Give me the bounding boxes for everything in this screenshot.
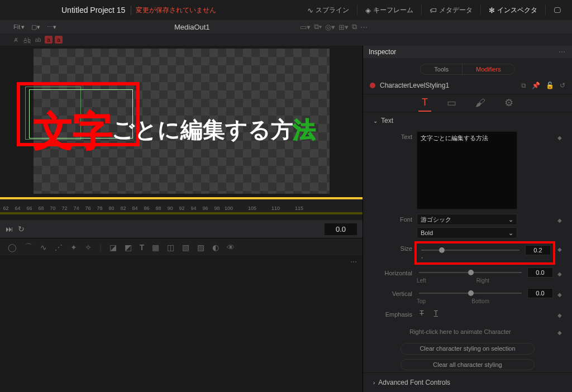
inspector-more-icon[interactable]: ⋯ bbox=[559, 48, 566, 56]
keyframe-diamond[interactable]: ◆ bbox=[557, 267, 562, 277]
tool-image-icon[interactable]: ▦ bbox=[152, 243, 159, 252]
canvas-text[interactable]: 文字ごとに編集する方法 bbox=[34, 104, 316, 158]
emphasis-underline-button[interactable]: T bbox=[431, 309, 441, 318]
styled-chars-red: 文字 bbox=[34, 108, 112, 153]
view-more-icon[interactable]: ⋯ bbox=[360, 23, 369, 31]
vertical-value[interactable]: 0.0 bbox=[527, 288, 553, 298]
reset-icon[interactable]: ↺ bbox=[560, 82, 565, 89]
tab-modifiers[interactable]: Modifiers bbox=[462, 64, 514, 74]
unsaved-indicator: 変更が保存されていません bbox=[131, 6, 216, 15]
highlight-toggle[interactable]: ab bbox=[34, 36, 42, 44]
fit-dropdown[interactable]: Fit▾ bbox=[11, 23, 27, 31]
view-split-icon[interactable]: ▢▾ bbox=[29, 23, 42, 31]
advanced-font-section[interactable]: ›Advanced Font Controls bbox=[363, 372, 572, 392]
ruler-tick: 70 bbox=[47, 205, 59, 211]
tab-tools[interactable]: Tools bbox=[421, 64, 462, 74]
prop-tab-text[interactable]: T bbox=[418, 94, 431, 112]
slider-thumb[interactable] bbox=[468, 290, 474, 296]
ruler-tick: 74 bbox=[70, 205, 82, 211]
keyframe-diamond[interactable]: ◆ bbox=[557, 214, 562, 223]
clear-all-button[interactable]: Clear all character styling bbox=[401, 359, 535, 370]
tab-monitor[interactable]: 🖵 bbox=[548, 4, 566, 17]
node-enable-dot[interactable] bbox=[370, 83, 375, 88]
tool-box2-icon[interactable]: ▧ bbox=[182, 243, 189, 252]
ruler-tick: 76 bbox=[82, 205, 94, 211]
tool-points-icon[interactable]: ⋰ bbox=[55, 243, 63, 252]
keyframe-diamond[interactable]: ◆ bbox=[557, 288, 562, 298]
version-icon[interactable]: ⧉ bbox=[521, 82, 526, 89]
tab-keyframe[interactable]: ◈キーフレーム bbox=[360, 3, 419, 17]
vertical-slider[interactable] bbox=[419, 293, 522, 294]
view-cascade-icon[interactable]: ⧉ bbox=[352, 22, 357, 31]
tool-box1-icon[interactable]: ◫ bbox=[167, 243, 174, 252]
tool-circle2-icon[interactable]: ◐ bbox=[212, 243, 219, 252]
keyframe-diamond[interactable]: ◆ bbox=[557, 131, 562, 141]
tab-inspector[interactable]: ✻インスペクタ bbox=[483, 3, 543, 17]
tool-cube2-icon[interactable]: ◩ bbox=[125, 243, 132, 252]
text-input[interactable]: 文字ごとに編集する方法 bbox=[417, 131, 517, 209]
view-grid-icon[interactable]: ⊞▾ bbox=[339, 23, 349, 31]
prop-tab-shading[interactable]: 🖌 bbox=[472, 95, 489, 111]
emphasis-label: Emphasis bbox=[373, 309, 412, 318]
chevron-down-icon: ⌄ bbox=[508, 216, 513, 223]
tool-cube1-icon[interactable]: ◪ bbox=[109, 243, 117, 252]
chevron-right-icon: › bbox=[373, 380, 375, 386]
tab-spline[interactable]: ∿スプライン bbox=[302, 3, 355, 17]
prop-tab-layout[interactable]: ▭ bbox=[444, 94, 460, 111]
underline-toggle[interactable]: A̲b̲ bbox=[22, 36, 31, 44]
node-header[interactable]: CharacterLevelStyling1 ⧉ 📌 🔓 ↺ bbox=[363, 77, 572, 94]
section-text-header[interactable]: ⌄ Text bbox=[363, 112, 572, 129]
skip-end-button[interactable]: ⏭ bbox=[6, 224, 13, 233]
prop-tab-settings[interactable]: ⚙ bbox=[501, 94, 517, 111]
view-dots-icon[interactable]: ⋯▾ bbox=[45, 23, 59, 31]
view-rect-icon[interactable]: ▭▾ bbox=[300, 23, 311, 31]
color-a-toggle[interactable]: a bbox=[45, 36, 53, 44]
lock-icon[interactable]: 🔓 bbox=[546, 82, 554, 89]
panel-more-icon[interactable]: ⋯ bbox=[350, 258, 358, 266]
ruler-tick: 72 bbox=[59, 205, 70, 211]
keyframe-diamond[interactable]: ◆ bbox=[557, 243, 562, 252]
animate-hint[interactable]: Right-click here to animate Character bbox=[363, 321, 557, 341]
horizontal-slider[interactable] bbox=[419, 272, 522, 273]
horizontal-value[interactable]: 0.0 bbox=[527, 267, 553, 278]
slider-thumb[interactable] bbox=[439, 247, 445, 253]
separator bbox=[545, 5, 546, 15]
keyframe-diamond[interactable]: ◆ bbox=[557, 326, 572, 336]
strike-toggle[interactable]: Ⱥ bbox=[11, 36, 20, 44]
keyframe-diamond[interactable]: ◆ bbox=[557, 309, 562, 318]
pin-icon[interactable]: 📌 bbox=[532, 82, 540, 89]
tool-spline-icon[interactable]: ∿ bbox=[40, 243, 47, 252]
canvas[interactable]: 文字ごとに編集する方法 bbox=[34, 49, 330, 194]
slider-thumb[interactable] bbox=[468, 270, 474, 275]
emphasis-strikethrough-button[interactable]: T bbox=[417, 309, 427, 318]
tool-wand-icon[interactable]: ✦ bbox=[70, 243, 77, 252]
font-dropdown[interactable]: 游ゴシック⌄ bbox=[417, 214, 517, 225]
tab-metadata[interactable]: 🏷メタデータ bbox=[424, 3, 478, 17]
ruler-tick: 94 bbox=[188, 205, 199, 211]
color-b-toggle[interactable]: a bbox=[55, 36, 63, 44]
clear-selection-button[interactable]: Clear character styling on selection bbox=[401, 343, 535, 354]
ruler-tick: 82 bbox=[117, 205, 129, 211]
size-slider[interactable] bbox=[421, 250, 519, 251]
tool-eye-icon[interactable]: 👁 bbox=[227, 243, 235, 252]
view-stack-icon[interactable]: ⧉▾ bbox=[314, 22, 322, 31]
tool-box3-icon[interactable]: ▨ bbox=[197, 243, 204, 252]
chevron-down-icon: ⌄ bbox=[508, 230, 513, 237]
size-value[interactable]: 0.2 bbox=[525, 245, 551, 255]
tool-ellipse-icon[interactable]: ◯ bbox=[8, 243, 17, 252]
loop-button[interactable]: ↻ bbox=[18, 224, 25, 233]
ruler-tick: 66 bbox=[23, 205, 35, 211]
timeline-ruler[interactable]: 62 64 66 68 70 72 74 76 78 80 82 84 86 8… bbox=[0, 197, 363, 212]
text-label: Text bbox=[373, 131, 412, 140]
chevron-down-icon: ⌄ bbox=[373, 118, 378, 124]
separator bbox=[480, 5, 481, 15]
view-target-icon[interactable]: ◎▾ bbox=[325, 23, 335, 31]
tool-burst-icon[interactable]: ✧ bbox=[85, 243, 92, 252]
node-graph-area[interactable]: ⋯ bbox=[0, 256, 363, 392]
tool-text-icon[interactable]: T bbox=[140, 243, 145, 252]
project-title: Untitled Project 15 bbox=[61, 6, 125, 15]
font-weight-dropdown[interactable]: Bold⌄ bbox=[417, 227, 517, 238]
timecode-display[interactable]: 0.0 bbox=[325, 223, 357, 235]
tool-curve-icon[interactable]: ⌒ bbox=[25, 242, 32, 252]
ruler-tick: 64 bbox=[12, 205, 23, 211]
